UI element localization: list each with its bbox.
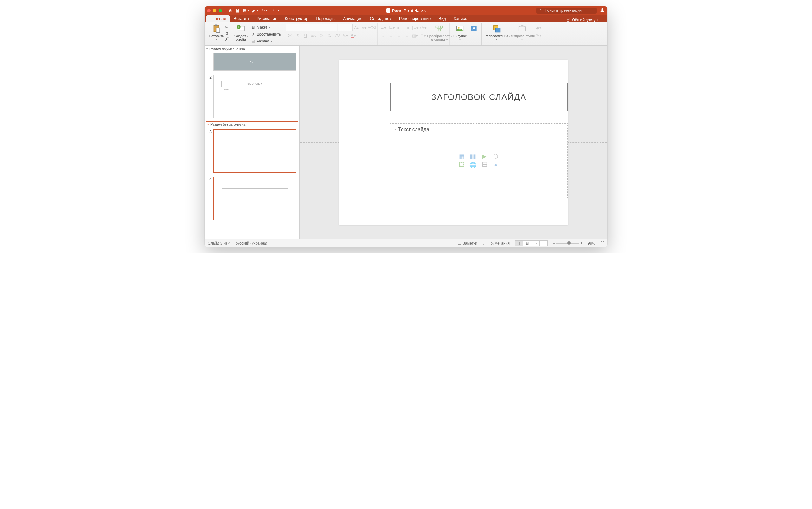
- tab-slideshow[interactable]: Слайд-шоу: [366, 15, 395, 22]
- svg-rect-15: [436, 26, 438, 28]
- font-family-input[interactable]: [286, 24, 337, 31]
- bullets-button[interactable]: ≣▾: [380, 24, 387, 31]
- section-button[interactable]: ▤Раздел▾: [249, 38, 282, 44]
- zoom-percent[interactable]: 99%: [588, 241, 595, 245]
- section-default[interactable]: ▾ Раздел по умолчанию: [205, 46, 299, 52]
- tab-animations[interactable]: Анимация: [339, 15, 366, 22]
- new-slide-button[interactable]: Создать слайд: [233, 24, 249, 45]
- subscript-button[interactable]: X₂: [326, 32, 333, 39]
- zoom-out-icon[interactable]: −: [553, 241, 555, 245]
- sorter-view-icon[interactable]: ▦: [523, 240, 531, 246]
- tab-draw[interactable]: Рисование: [253, 15, 281, 22]
- reading-view-icon[interactable]: ▭: [531, 240, 540, 246]
- clear-formatting-icon[interactable]: A⌫: [368, 24, 376, 31]
- thumb-3[interactable]: 3: [205, 128, 299, 175]
- quick-styles-button[interactable]: Экспресс-стили ▾: [509, 24, 535, 45]
- font-color-icon[interactable]: A▾: [349, 32, 357, 39]
- cut-icon[interactable]: ✂: [225, 25, 229, 30]
- strike-button[interactable]: abc: [310, 32, 317, 39]
- decrease-indent-icon[interactable]: ⇤: [396, 24, 403, 31]
- highlight-icon[interactable]: ✎▾: [342, 32, 349, 39]
- qat-customize-icon[interactable]: ▾: [277, 9, 279, 12]
- paste-button[interactable]: Вставить ▾: [208, 24, 225, 45]
- close-button[interactable]: [207, 9, 211, 12]
- picture-button[interactable]: Рисунок ▾: [452, 24, 468, 45]
- share-button[interactable]: Общий доступ: [565, 18, 599, 22]
- ribbon-tabs: Главная Вставка Рисование Конструктор Пе…: [205, 14, 607, 22]
- insert-smartart-icon[interactable]: ▶: [480, 153, 489, 160]
- tab-design[interactable]: Конструктор: [281, 15, 312, 22]
- insert-picture-icon[interactable]: 🖼: [457, 162, 466, 169]
- tab-review[interactable]: Рецензирование: [395, 15, 435, 22]
- shape-fill-icon[interactable]: ◆▾: [535, 24, 543, 31]
- current-slide[interactable]: ЗАГОЛОВОК СЛАЙДА Текст слайда ▦ ▮▮ ▶ ⬡ 🖼…: [339, 60, 568, 225]
- insert-video-icon[interactable]: 🎞: [480, 162, 489, 169]
- zoom-in-icon[interactable]: +: [580, 241, 583, 245]
- fit-to-window-icon[interactable]: ⛶: [601, 241, 604, 245]
- increase-font-icon[interactable]: A▴: [353, 24, 360, 31]
- slide-thumbnails-panel[interactable]: ▾ Раздел по умолчанию Подписание 2 ЗАГОЛ…: [205, 46, 300, 239]
- text-direction-icon[interactable]: ↕A▾: [419, 24, 427, 31]
- section-untitled[interactable]: ▾ Раздел без заголовка: [206, 122, 298, 127]
- collapse-ribbon-icon[interactable]: ⌃: [602, 18, 605, 22]
- columns-icon[interactable]: ▥▾: [411, 32, 419, 39]
- text-box-button[interactable]: A ▾: [468, 24, 480, 45]
- slide-title-placeholder[interactable]: ЗАГОЛОВОК СЛАЙДА: [390, 83, 568, 111]
- tab-home[interactable]: Главная: [206, 15, 230, 22]
- align-left-icon[interactable]: ≡: [380, 32, 387, 39]
- slide-body-placeholder[interactable]: Текст слайда ▦ ▮▮ ▶ ⬡ 🖼 🌐 🎞 ✦: [390, 123, 568, 198]
- arrange-button[interactable]: Расположение ▾: [484, 24, 509, 45]
- slideshow-view-icon[interactable]: ▭: [540, 240, 548, 246]
- numbering-button[interactable]: 1≡▾: [387, 24, 395, 31]
- insert-3d-icon[interactable]: ⬡: [491, 153, 500, 160]
- insert-chart-icon[interactable]: ▮▮: [469, 153, 477, 160]
- comments-toggle[interactable]: Примечания: [482, 241, 510, 245]
- home-icon[interactable]: [228, 8, 233, 13]
- tab-transitions[interactable]: Переходы: [312, 15, 339, 22]
- tab-view[interactable]: Вид: [435, 15, 450, 22]
- tab-insert[interactable]: Вставка: [230, 15, 252, 22]
- tab-record[interactable]: Запись: [450, 15, 471, 22]
- search-input[interactable]: Поиск в презентации: [536, 8, 597, 14]
- char-spacing-icon[interactable]: AV: [334, 32, 341, 39]
- svg-point-6: [540, 9, 541, 11]
- copy-icon[interactable]: ⧉: [226, 31, 228, 36]
- thumb-2[interactable]: 2 ЗАГОЛОВОК Текст: [205, 73, 299, 121]
- insert-table-icon[interactable]: ▦: [457, 153, 466, 160]
- minimize-button[interactable]: [213, 9, 216, 12]
- notes-toggle[interactable]: Заметки: [458, 241, 477, 245]
- line-spacing-icon[interactable]: ‖≡▾: [411, 24, 419, 31]
- bold-button[interactable]: Ж: [286, 32, 294, 39]
- align-center-icon[interactable]: ≡: [387, 32, 395, 39]
- align-right-icon[interactable]: ≡: [396, 32, 403, 39]
- font-size-input[interactable]: [338, 24, 353, 31]
- edit-icon[interactable]: ▾: [251, 8, 258, 13]
- maximize-button[interactable]: [218, 9, 222, 12]
- insert-online-icon[interactable]: 🌐: [469, 162, 477, 169]
- decrease-font-icon[interactable]: A▾: [360, 24, 368, 31]
- undo-icon[interactable]: ▾: [261, 8, 267, 13]
- account-icon[interactable]: [600, 7, 605, 14]
- insert-icon-icon[interactable]: ✦: [491, 162, 500, 169]
- shape-outline-icon[interactable]: ✎▾: [535, 32, 543, 39]
- zoom-slider[interactable]: − +: [553, 241, 583, 245]
- align-text-icon[interactable]: ⊟▾: [419, 32, 427, 39]
- layout-button[interactable]: ▦Макет▾: [249, 24, 282, 30]
- superscript-button[interactable]: X²: [318, 32, 326, 39]
- normal-view-icon[interactable]: ▯: [515, 240, 523, 246]
- save-icon[interactable]: [235, 8, 240, 13]
- increase-indent-icon[interactable]: ⇥: [403, 24, 411, 31]
- underline-button[interactable]: Ч: [302, 32, 310, 39]
- thumb-4[interactable]: 4: [205, 175, 299, 223]
- bullets-icon[interactable]: ▾: [242, 8, 249, 13]
- italic-button[interactable]: К: [294, 32, 302, 39]
- reset-button[interactable]: ↺Восстановить: [249, 31, 282, 37]
- redo-icon[interactable]: [270, 8, 275, 13]
- justify-icon[interactable]: ≡: [403, 32, 411, 39]
- format-painter-icon[interactable]: 🖌: [225, 37, 229, 41]
- language-indicator[interactable]: русский (Украина): [236, 241, 267, 245]
- thumb-1[interactable]: Подписание: [205, 52, 299, 73]
- slide-canvas[interactable]: ЗАГОЛОВОК СЛАЙДА Текст слайда ▦ ▮▮ ▶ ⬡ 🖼…: [300, 46, 607, 239]
- convert-smartart-button[interactable]: Преобразовать в SmartArt: [431, 24, 447, 45]
- slide-counter[interactable]: Слайд 3 из 4: [208, 241, 231, 245]
